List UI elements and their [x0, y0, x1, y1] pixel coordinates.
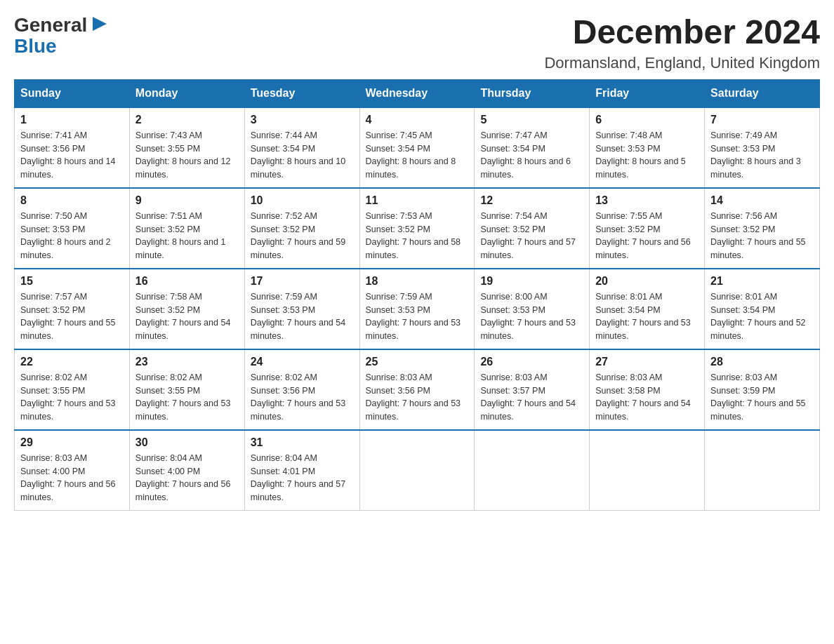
day-number: 3 [251, 114, 354, 126]
day-number: 14 [710, 194, 814, 207]
calendar-day-cell [475, 430, 590, 511]
calendar-week-row: 8 Sunrise: 7:50 AM Sunset: 3:53 PM Dayli… [15, 188, 820, 269]
day-info: Sunrise: 8:01 AM Sunset: 3:54 PM Dayligh… [595, 290, 699, 343]
header-thursday: Thursday [475, 79, 590, 107]
day-number: 4 [366, 114, 469, 126]
day-info: Sunrise: 8:04 AM Sunset: 4:00 PM Dayligh… [135, 452, 239, 504]
calendar-day-cell: 21 Sunrise: 8:01 AM Sunset: 3:54 PM Dayl… [705, 269, 820, 349]
title-section: December 2024 Dormansland, England, Unit… [544, 14, 820, 72]
day-number: 18 [366, 275, 469, 288]
logo: General Blue [14, 14, 110, 56]
day-info: Sunrise: 8:00 AM Sunset: 3:53 PM Dayligh… [480, 290, 583, 343]
day-info: Sunrise: 7:59 AM Sunset: 3:53 PM Dayligh… [366, 290, 469, 343]
header-saturday: Saturday [705, 79, 820, 107]
calendar-day-cell: 2 Sunrise: 7:43 AM Sunset: 3:55 PM Dayli… [129, 107, 244, 188]
logo-arrow-icon [90, 14, 110, 34]
day-number: 30 [135, 436, 239, 449]
day-info: Sunrise: 7:59 AM Sunset: 3:53 PM Dayligh… [251, 290, 354, 343]
calendar-table: Sunday Monday Tuesday Wednesday Thursday… [14, 79, 820, 511]
day-number: 24 [251, 356, 354, 368]
calendar-day-cell: 30 Sunrise: 8:04 AM Sunset: 4:00 PM Dayl… [129, 430, 244, 511]
day-number: 23 [135, 356, 239, 368]
weekday-header-row: Sunday Monday Tuesday Wednesday Thursday… [15, 79, 820, 107]
day-number: 8 [20, 194, 124, 207]
day-number: 15 [20, 275, 124, 288]
calendar-body: 1 Sunrise: 7:41 AM Sunset: 3:56 PM Dayli… [15, 107, 820, 511]
day-info: Sunrise: 7:41 AM Sunset: 3:56 PM Dayligh… [20, 129, 124, 182]
day-number: 19 [480, 275, 583, 288]
calendar-week-row: 29 Sunrise: 8:03 AM Sunset: 4:00 PM Dayl… [15, 430, 820, 511]
day-number: 10 [251, 194, 354, 207]
day-number: 9 [135, 194, 239, 207]
day-info: Sunrise: 8:03 AM Sunset: 4:00 PM Dayligh… [20, 452, 124, 504]
day-number: 17 [251, 275, 354, 288]
day-info: Sunrise: 8:03 AM Sunset: 3:56 PM Dayligh… [366, 371, 469, 424]
day-info: Sunrise: 7:48 AM Sunset: 3:53 PM Dayligh… [595, 129, 699, 182]
calendar-day-cell: 19 Sunrise: 8:00 AM Sunset: 3:53 PM Dayl… [475, 269, 590, 349]
calendar-day-cell: 10 Sunrise: 7:52 AM Sunset: 3:52 PM Dayl… [244, 188, 359, 269]
day-info: Sunrise: 7:51 AM Sunset: 3:52 PM Dayligh… [135, 210, 239, 262]
day-info: Sunrise: 7:57 AM Sunset: 3:52 PM Dayligh… [20, 290, 124, 343]
calendar-day-cell: 1 Sunrise: 7:41 AM Sunset: 3:56 PM Dayli… [15, 107, 130, 188]
day-number: 31 [251, 436, 354, 449]
header-monday: Monday [129, 79, 244, 107]
calendar-day-cell: 28 Sunrise: 8:03 AM Sunset: 3:59 PM Dayl… [705, 349, 820, 430]
calendar-day-cell: 15 Sunrise: 7:57 AM Sunset: 3:52 PM Dayl… [15, 269, 130, 349]
calendar-day-cell: 27 Sunrise: 8:03 AM Sunset: 3:58 PM Dayl… [590, 349, 705, 430]
logo-general-text: General [14, 15, 87, 35]
day-number: 21 [710, 275, 814, 288]
day-info: Sunrise: 8:01 AM Sunset: 3:54 PM Dayligh… [710, 290, 814, 343]
calendar-day-cell: 4 Sunrise: 7:45 AM Sunset: 3:54 PM Dayli… [359, 107, 475, 188]
header-tuesday: Tuesday [244, 79, 359, 107]
day-info: Sunrise: 8:03 AM Sunset: 3:59 PM Dayligh… [710, 371, 814, 424]
day-info: Sunrise: 7:58 AM Sunset: 3:52 PM Dayligh… [135, 290, 239, 343]
svg-marker-0 [93, 17, 107, 31]
calendar-day-cell: 12 Sunrise: 7:54 AM Sunset: 3:52 PM Dayl… [475, 188, 590, 269]
calendar-week-row: 15 Sunrise: 7:57 AM Sunset: 3:52 PM Dayl… [15, 269, 820, 349]
day-info: Sunrise: 7:50 AM Sunset: 3:53 PM Dayligh… [20, 210, 124, 262]
day-info: Sunrise: 7:54 AM Sunset: 3:52 PM Dayligh… [480, 210, 583, 262]
day-info: Sunrise: 7:52 AM Sunset: 3:52 PM Dayligh… [251, 210, 354, 262]
calendar-week-row: 22 Sunrise: 8:02 AM Sunset: 3:55 PM Dayl… [15, 349, 820, 430]
day-info: Sunrise: 7:55 AM Sunset: 3:52 PM Dayligh… [595, 210, 699, 262]
calendar-day-cell: 11 Sunrise: 7:53 AM Sunset: 3:52 PM Dayl… [359, 188, 475, 269]
calendar-day-cell: 20 Sunrise: 8:01 AM Sunset: 3:54 PM Dayl… [590, 269, 705, 349]
calendar-day-cell: 16 Sunrise: 7:58 AM Sunset: 3:52 PM Dayl… [129, 269, 244, 349]
day-number: 11 [366, 194, 469, 207]
calendar-week-row: 1 Sunrise: 7:41 AM Sunset: 3:56 PM Dayli… [15, 107, 820, 188]
day-info: Sunrise: 8:02 AM Sunset: 3:55 PM Dayligh… [20, 371, 124, 424]
day-number: 5 [480, 114, 583, 126]
day-number: 27 [595, 356, 699, 368]
calendar-day-cell [590, 430, 705, 511]
day-info: Sunrise: 7:56 AM Sunset: 3:52 PM Dayligh… [710, 210, 814, 262]
day-info: Sunrise: 7:43 AM Sunset: 3:55 PM Dayligh… [135, 129, 239, 182]
day-info: Sunrise: 7:45 AM Sunset: 3:54 PM Dayligh… [366, 129, 469, 182]
day-number: 1 [20, 114, 124, 126]
day-number: 25 [366, 356, 469, 368]
calendar-day-cell: 31 Sunrise: 8:04 AM Sunset: 4:01 PM Dayl… [244, 430, 359, 511]
day-number: 2 [135, 114, 239, 126]
day-info: Sunrise: 8:02 AM Sunset: 3:56 PM Dayligh… [251, 371, 354, 424]
day-info: Sunrise: 7:49 AM Sunset: 3:53 PM Dayligh… [710, 129, 814, 182]
calendar-day-cell [705, 430, 820, 511]
day-number: 26 [480, 356, 583, 368]
calendar-day-cell: 29 Sunrise: 8:03 AM Sunset: 4:00 PM Dayl… [15, 430, 130, 511]
day-number: 29 [20, 436, 124, 449]
day-info: Sunrise: 8:03 AM Sunset: 3:57 PM Dayligh… [480, 371, 583, 424]
day-info: Sunrise: 8:04 AM Sunset: 4:01 PM Dayligh… [251, 452, 354, 504]
calendar-day-cell: 6 Sunrise: 7:48 AM Sunset: 3:53 PM Dayli… [590, 107, 705, 188]
calendar-day-cell: 7 Sunrise: 7:49 AM Sunset: 3:53 PM Dayli… [705, 107, 820, 188]
calendar-day-cell: 24 Sunrise: 8:02 AM Sunset: 3:56 PM Dayl… [244, 349, 359, 430]
day-number: 13 [595, 194, 699, 207]
day-info: Sunrise: 7:53 AM Sunset: 3:52 PM Dayligh… [366, 210, 469, 262]
calendar-day-cell: 13 Sunrise: 7:55 AM Sunset: 3:52 PM Dayl… [590, 188, 705, 269]
header-wednesday: Wednesday [359, 79, 475, 107]
calendar-day-cell: 18 Sunrise: 7:59 AM Sunset: 3:53 PM Dayl… [359, 269, 475, 349]
header-friday: Friday [590, 79, 705, 107]
day-number: 22 [20, 356, 124, 368]
calendar-day-cell: 22 Sunrise: 8:02 AM Sunset: 3:55 PM Dayl… [15, 349, 130, 430]
day-number: 28 [710, 356, 814, 368]
day-info: Sunrise: 7:47 AM Sunset: 3:54 PM Dayligh… [480, 129, 583, 182]
day-number: 16 [135, 275, 239, 288]
calendar-day-cell: 17 Sunrise: 7:59 AM Sunset: 3:53 PM Dayl… [244, 269, 359, 349]
